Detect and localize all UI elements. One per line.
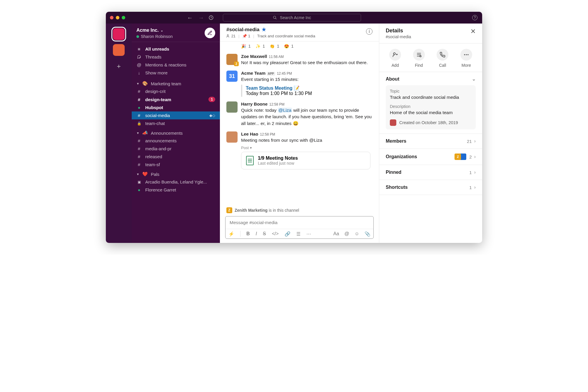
shortcuts-button[interactable]: ⚡ [228, 231, 234, 237]
reaction[interactable]: 🎉 1 [241, 44, 251, 49]
search-input[interactable]: Search Acme Inc [223, 14, 361, 21]
sidebar-channel-item[interactable]: #design-crit [132, 87, 220, 95]
channel-name[interactable]: #social-media [226, 27, 259, 33]
compose-button[interactable] [205, 28, 215, 38]
details-row-pinned[interactable]: Pinned1› [379, 165, 482, 180]
add-action-button[interactable]: Add [389, 49, 401, 68]
channel-topic[interactable]: Track and coordinate social media [257, 34, 315, 38]
message: 31Acme TeamAPP12:45 PMEvent starting in … [226, 68, 372, 99]
sidebar-channel-item[interactable]: ●Hubspot [132, 104, 220, 111]
mention[interactable]: @Liza [278, 108, 292, 113]
forward-button[interactable]: → [198, 14, 204, 21]
sidebar-group-header[interactable]: ▼❤️Pals [132, 169, 220, 178]
message-input[interactable] [225, 216, 373, 229]
svg-point-1 [273, 16, 276, 19]
message-author[interactable]: Lee Hao [241, 131, 258, 136]
sidebar-channel-item[interactable]: #released [132, 153, 220, 161]
help-button[interactable]: ? [472, 15, 477, 20]
about-heading: About [386, 76, 399, 82]
presence-dot-icon [136, 35, 139, 38]
attach-button[interactable]: 📎 [365, 231, 370, 237]
details-row-members[interactable]: Members21› [379, 134, 482, 149]
mention-button[interactable]: @ [344, 231, 349, 237]
show-more-nav[interactable]: ↓Show more [132, 69, 220, 77]
search-placeholder: Search Acme Inc [280, 15, 311, 20]
user-avatar[interactable] [226, 101, 238, 113]
event-link[interactable]: Team Status Meeting [246, 86, 293, 91]
post-attachment[interactable]: 1/9 Meeting NotesLast edited just now [241, 152, 370, 169]
message-list: 🎉 1✨ 1👏 1😍 1 ZZoe Maxwell11:56 AMNo! It … [220, 41, 379, 206]
workspace-switcher-2[interactable] [113, 44, 125, 56]
topic-label: Topic [390, 89, 472, 94]
close-window-button[interactable] [110, 16, 113, 19]
star-icon[interactable]: ★ [262, 26, 266, 33]
sidebar-channel-item[interactable]: #media-and-pr [132, 145, 220, 153]
creator-avatar [390, 119, 396, 126]
current-user: Sharon Robinson [141, 34, 173, 39]
message-author[interactable]: Acme Team [241, 71, 265, 76]
document-icon [246, 156, 254, 165]
mentions-nav[interactable]: @Mentions & reactions [132, 61, 220, 69]
threads-nav[interactable]: Threads [132, 53, 220, 61]
channel-details-button[interactable]: i [366, 28, 372, 35]
shared-org-icon: Z [226, 207, 232, 213]
sidebar-channel-item[interactable]: #design-team1 [132, 95, 220, 104]
description-value: Home of the social media team [390, 110, 472, 115]
code-button[interactable]: </> [272, 231, 279, 236]
member-count[interactable]: 21 [226, 34, 235, 38]
sidebar-group-header[interactable]: ▼🎨Marketing team [132, 78, 220, 87]
reaction[interactable]: ✨ 1 [255, 44, 265, 49]
sidebar-channel-item[interactable]: #social-media◆◇ [132, 111, 220, 119]
history-button[interactable] [208, 15, 214, 20]
sidebar-channel-item[interactable]: ▣Arcadio Buendia, Leland Ygle... [132, 178, 220, 186]
format-button[interactable]: Aa [333, 231, 339, 237]
message: Harry Boone12:58 PMQuick note: today @Li… [226, 99, 372, 129]
add-workspace-button[interactable]: ＋ [116, 62, 122, 71]
created-text: Created on October 18th, 2019 [399, 120, 458, 125]
details-subtitle: #social-media [386, 34, 411, 39]
maximize-window-button[interactable] [122, 16, 125, 19]
details-title: Details [386, 28, 411, 34]
pin-count[interactable]: 📌 1 [242, 34, 250, 38]
all-unreads-nav[interactable]: ≡All unreads [132, 45, 220, 53]
message-composer: ⚡ B I S </> 🔗 ☰ ⋯ Aa @ ☺ 📎 [225, 216, 374, 239]
workspace-rail: ＋ [106, 24, 132, 243]
workspace-name[interactable]: Acme Inc. ⌄ [136, 28, 173, 33]
call-action-button[interactable]: Call [437, 49, 448, 68]
italic-button[interactable]: I [256, 231, 257, 236]
reaction[interactable]: 👏 1 [270, 44, 279, 49]
svg-point-5 [464, 54, 465, 55]
sidebar-group-header[interactable]: ▼📣Announcements [132, 127, 220, 137]
strike-button[interactable]: S [263, 231, 266, 236]
details-row-shortcuts[interactable]: Shortcuts1› [379, 180, 482, 195]
emoji-button[interactable]: ☺ [355, 231, 359, 237]
sidebar-channel-item[interactable]: ●Florence Garret [132, 186, 220, 194]
back-button[interactable]: ← [187, 14, 193, 21]
workspace-switcher-1[interactable] [113, 28, 125, 40]
close-details-button[interactable]: ✕ [470, 28, 476, 35]
reaction[interactable]: 😍 1 [284, 44, 294, 49]
details-row-organizations[interactable]: OrganizationsZ2› [379, 149, 482, 165]
window-controls [110, 16, 125, 19]
bold-button[interactable]: B [246, 231, 250, 236]
sidebar-channel-item[interactable]: #announcements [132, 137, 220, 145]
chevron-down-icon[interactable]: ⌄ [472, 76, 476, 82]
message-author[interactable]: Harry Boone [241, 101, 268, 106]
message-author[interactable]: Zoe Maxwell [241, 54, 267, 59]
more-format-button[interactable]: ⋯ [306, 231, 311, 237]
user-avatar[interactable]: Z [226, 54, 238, 65]
link-button[interactable]: 🔗 [285, 231, 290, 237]
calendar-icon: 31 [226, 71, 238, 82]
message-time: 12:58 PM [269, 102, 284, 106]
sidebar: Acme Inc. ⌄ Sharon Robinson ≡All unreads… [132, 24, 220, 243]
minimize-window-button[interactable] [116, 16, 119, 19]
more-action-button[interactable]: More [460, 49, 472, 68]
user-avatar[interactable] [226, 131, 238, 143]
sidebar-channel-item[interactable]: #team-sf [132, 161, 220, 169]
channel-pane: #social-media ★ 21 | 📌 1 | Track and coo… [220, 24, 379, 243]
reactions-row: 🎉 1✨ 1👏 1😍 1 [226, 44, 372, 51]
list-button[interactable]: ☰ [296, 231, 300, 237]
post-dropdown[interactable]: Post ▾ [241, 146, 372, 150]
find-action-button[interactable]: Find [413, 49, 425, 68]
sidebar-channel-item[interactable]: 🔒team-chat [132, 119, 220, 127]
